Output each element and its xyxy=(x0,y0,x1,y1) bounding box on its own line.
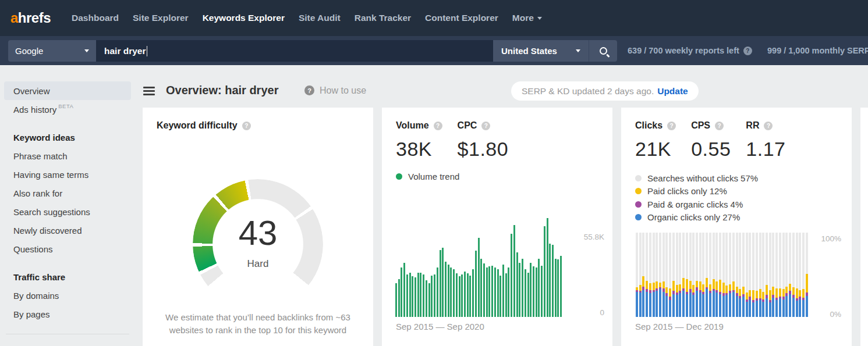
nav-item-rank-tracker[interactable]: Rank Tracker xyxy=(348,13,418,23)
clicks-stacked-bar[interactable] xyxy=(642,233,644,317)
volume-bar[interactable] xyxy=(414,277,416,317)
volume-bar[interactable] xyxy=(511,234,512,317)
sidebar-item-phrase-match[interactable]: Phrase match xyxy=(4,147,131,165)
title-help-icon[interactable]: ? xyxy=(304,85,314,95)
clicks-stacked-bar[interactable] xyxy=(746,233,748,317)
clicks-stacked-bar[interactable] xyxy=(709,233,711,317)
volume-bar[interactable] xyxy=(502,265,504,317)
volume-bar[interactable] xyxy=(442,248,444,317)
volume-bar[interactable] xyxy=(544,226,545,317)
clicks-stacked-bar[interactable] xyxy=(649,233,651,317)
clicks-stacked-bar[interactable] xyxy=(686,233,688,317)
volume-bar[interactable] xyxy=(483,263,485,317)
volume-bar[interactable] xyxy=(508,267,509,317)
volume-bar[interactable] xyxy=(530,263,532,318)
clicks-stacked-bar[interactable] xyxy=(715,233,718,317)
clicks-stacked-bar[interactable] xyxy=(722,233,725,317)
clicks-stacked-bar[interactable] xyxy=(806,233,808,317)
nav-item-dashboard[interactable]: Dashboard xyxy=(65,13,126,23)
volume-bar[interactable] xyxy=(409,273,411,318)
volume-bar[interactable] xyxy=(401,267,402,317)
update-button[interactable]: Update xyxy=(657,86,688,97)
volume-bar[interactable] xyxy=(538,259,540,317)
menu-toggle-icon[interactable] xyxy=(143,87,155,95)
volume-bar[interactable] xyxy=(525,269,526,317)
volume-bar[interactable] xyxy=(472,269,474,317)
volume-bar[interactable] xyxy=(499,276,501,317)
sidebar-item-overview[interactable]: Overview xyxy=(4,81,131,100)
volume-bar[interactable] xyxy=(423,274,424,317)
clicks-stacked-bar[interactable] xyxy=(689,233,692,317)
volume-bar[interactable] xyxy=(403,263,405,318)
volume-bar[interactable] xyxy=(527,273,529,318)
volume-bar[interactable] xyxy=(428,283,430,317)
clicks-stacked-bar[interactable] xyxy=(729,233,731,317)
clicks-stacked-bar[interactable] xyxy=(636,233,638,317)
clicks-stacked-bar[interactable] xyxy=(646,233,648,317)
sidebar-item-by-pages[interactable]: By pages xyxy=(4,305,131,323)
volume-bar[interactable] xyxy=(497,269,499,317)
clicks-stacked-bar[interactable] xyxy=(656,233,658,317)
volume-bar[interactable] xyxy=(450,267,452,317)
clicks-stacked-bar[interactable] xyxy=(682,233,685,317)
keyword-input[interactable]: hair dryer xyxy=(96,40,493,62)
volume-bar[interactable] xyxy=(555,259,557,317)
volume-bar[interactable] xyxy=(486,267,488,317)
nav-item-keywords-explorer[interactable]: Keywords Explorer xyxy=(196,13,292,23)
clicks-stacked-bar[interactable] xyxy=(713,233,715,317)
clicks-stacked-bar[interactable] xyxy=(699,233,702,317)
clicks-help-icon[interactable]: ? xyxy=(667,122,676,130)
clicks-stacked-bar[interactable] xyxy=(756,233,758,317)
nav-item-site-explorer[interactable]: Site Explorer xyxy=(126,13,196,23)
volume-bar[interactable] xyxy=(467,273,469,317)
clicks-stacked-bar[interactable] xyxy=(782,233,785,317)
volume-bar[interactable] xyxy=(557,259,559,317)
clicks-stacked-bar[interactable] xyxy=(749,233,751,317)
volume-bar[interactable] xyxy=(552,245,554,317)
volume-bar[interactable] xyxy=(417,273,419,318)
clicks-stacked-bar[interactable] xyxy=(662,233,665,317)
clicks-stacked-bar[interactable] xyxy=(665,233,668,317)
clicks-stacked-bar[interactable] xyxy=(742,233,745,317)
volume-bar[interactable] xyxy=(547,218,548,317)
clicks-stacked-bar[interactable] xyxy=(702,233,704,317)
clicks-stacked-bar[interactable] xyxy=(785,233,788,317)
volume-bar[interactable] xyxy=(478,238,480,317)
clicks-stacked-bar[interactable] xyxy=(706,233,708,317)
clicks-stacked-bar[interactable] xyxy=(796,233,798,317)
clicks-stacked-bar[interactable] xyxy=(769,233,771,317)
volume-bar[interactable] xyxy=(475,251,477,317)
clicks-stacked-bar[interactable] xyxy=(676,233,678,317)
volume-bar[interactable] xyxy=(560,256,562,317)
sidebar-item-ads-history[interactable]: Ads historyBETA xyxy=(4,100,131,119)
clicks-stacked-bar[interactable] xyxy=(775,233,778,317)
volume-bar[interactable] xyxy=(461,274,463,317)
clicks-stacked-bar[interactable] xyxy=(725,233,728,317)
volume-bar[interactable] xyxy=(494,267,496,317)
sidebar-item-search-suggestions[interactable]: Search suggestions xyxy=(4,202,131,221)
volume-bar[interactable] xyxy=(448,265,449,317)
clicks-stacked-bar[interactable] xyxy=(736,233,738,317)
rr-help-icon[interactable]: ? xyxy=(764,122,773,130)
volume-bar[interactable] xyxy=(464,272,466,317)
search-engine-select[interactable]: Google xyxy=(8,40,96,62)
cps-help-icon[interactable]: ? xyxy=(715,122,724,130)
nav-item-content-explorer[interactable]: Content Explorer xyxy=(418,13,505,23)
kd-help-icon[interactable]: ? xyxy=(242,122,251,130)
volume-bar[interactable] xyxy=(456,273,458,317)
clicks-stacked-bar[interactable] xyxy=(799,233,801,317)
sidebar-item-newly-discovered[interactable]: Newly discovered xyxy=(4,221,131,240)
volume-bar[interactable] xyxy=(480,259,482,317)
nav-item-more[interactable]: More xyxy=(505,13,549,23)
volume-bar[interactable] xyxy=(516,252,518,317)
volume-bar[interactable] xyxy=(533,266,534,317)
clicks-stacked-bar[interactable] xyxy=(669,233,671,317)
ahrefs-logo[interactable]: ahrefs xyxy=(10,10,51,26)
search-button[interactable] xyxy=(589,40,617,62)
volume-bar[interactable] xyxy=(445,262,447,317)
volume-bar[interactable] xyxy=(519,263,520,318)
clicks-stacked-bar[interactable] xyxy=(752,233,754,317)
clicks-stacked-bar[interactable] xyxy=(719,233,721,317)
clicks-stacked-bar[interactable] xyxy=(762,233,764,317)
clicks-stacked-bar[interactable] xyxy=(639,233,642,317)
